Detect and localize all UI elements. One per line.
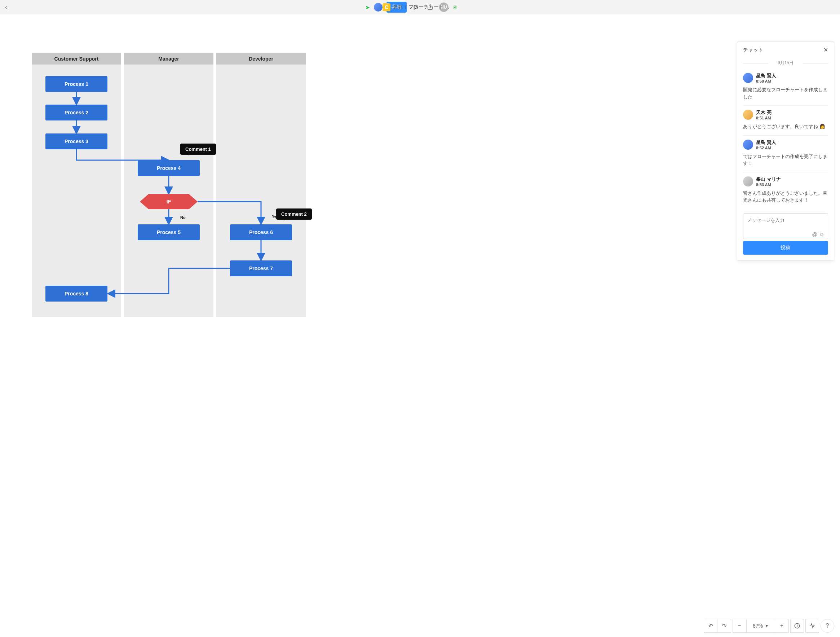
user-avatar[interactable] [374, 3, 383, 12]
breadcrumb-parent[interactable]: 開発 [393, 4, 403, 11]
comment-2[interactable]: Comment 2 [276, 209, 312, 220]
comment-1[interactable]: Comment 1 [180, 144, 216, 155]
process-5-box[interactable]: Process 5 [138, 224, 200, 240]
process-7-box[interactable]: Process 7 [230, 261, 292, 276]
top-bar: ‹ C 開発 / フローチャート ⌄ ➤ 共有 NU [0, 0, 452, 14]
back-button[interactable]: ‹ [3, 2, 9, 13]
breadcrumb-separator: / [405, 4, 406, 10]
process-1-box[interactable]: Process 1 [46, 76, 107, 92]
process-3-box[interactable]: Process 3 [46, 133, 107, 149]
breadcrumb: C 開発 / フローチャート ⌄ [382, 3, 452, 11]
breadcrumb-current[interactable]: フローチャート [409, 4, 444, 11]
canvas[interactable]: Customer Support Manager Developer Proce… [0, 14, 452, 343]
lane-support[interactable] [32, 65, 121, 317]
lane-manager[interactable] [124, 65, 213, 317]
app-logo-icon: C [382, 3, 390, 11]
lane-header-support[interactable]: Customer Support [32, 53, 121, 65]
chevron-down-icon[interactable]: ⌄ [447, 5, 450, 10]
process-8-box[interactable]: Process 8 [46, 286, 107, 302]
process-4-box[interactable]: Process 4 [138, 160, 200, 176]
lane-header-developer[interactable]: Developer [216, 53, 306, 65]
lane-developer[interactable] [216, 65, 306, 317]
presence-cursor-icon: ➤ [365, 4, 370, 11]
lane-header-manager[interactable]: Manager [124, 53, 213, 65]
process-6-box[interactable]: Process 6 [230, 224, 292, 240]
decision-if[interactable]: IF [140, 194, 197, 209]
process-2-box[interactable]: Process 2 [46, 104, 107, 120]
edge-label-no: No [180, 215, 186, 220]
